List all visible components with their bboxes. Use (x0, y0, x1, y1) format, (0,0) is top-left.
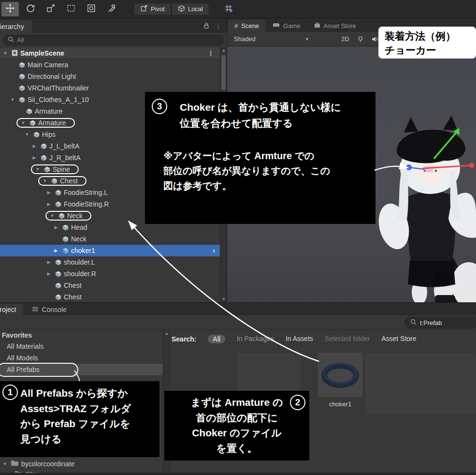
lighting-toggle-icon[interactable] (357, 36, 364, 43)
foldout-closed-icon[interactable]: ▶ (53, 248, 59, 253)
tab-console[interactable]: Console (25, 304, 73, 315)
rotate-tool-button[interactable] (22, 2, 39, 16)
foldout-closed-icon[interactable]: ▶ (45, 260, 52, 265)
search-scope-all[interactable]: All (208, 335, 225, 343)
tab-asset-store[interactable]: Asset Store (308, 20, 362, 32)
tab-scene[interactable]: # Scene (228, 20, 265, 32)
foldout-open-icon[interactable]: ▼ (20, 120, 27, 125)
tab-asset-store-label: Asset Store (324, 22, 356, 30)
hierarchy-item-label: Sii_Clothes_A_1_10 (28, 96, 89, 104)
scale-icon (46, 3, 56, 15)
hierarchy-item-chest[interactable]: Chest (0, 291, 220, 302)
rect-tool-button[interactable] (62, 2, 80, 16)
main-toolbar: Pivot Local (0, 0, 476, 18)
favorites-header-label: Favorites (2, 331, 32, 339)
hierarchy-item-shoulder-r[interactable]: ▶shoulder.R (0, 268, 220, 280)
shading-mode-dropdown[interactable]: Shaded ▼ (230, 34, 313, 45)
transform-tool-button[interactable] (83, 2, 100, 16)
project-search-input[interactable]: t:Prefab (404, 317, 476, 328)
foldout-closed-icon[interactable]: ▶ (45, 202, 52, 207)
foldout-open-icon[interactable]: ▼ (49, 213, 56, 218)
foldout-open-icon[interactable]: ▼ (42, 178, 48, 183)
annotation-text: 図は参考です。 (163, 178, 367, 193)
search-scope-in-packages[interactable]: In Packages (237, 335, 274, 343)
search-scope-label: Search: (172, 335, 196, 343)
foldout-open-icon[interactable]: ▼ (9, 97, 16, 102)
kebab-menu-icon[interactable]: ⋮ (215, 22, 222, 30)
search-scope-selected-folder[interactable]: Selected folder (325, 335, 370, 343)
hierarchy-search-input[interactable]: All (3, 35, 224, 45)
hierarchy-item-main-camera[interactable]: Main Camera (0, 59, 220, 71)
annotation-text: 首の部位の配下に (169, 410, 304, 426)
tab-game-label: Game (283, 22, 300, 30)
2d-toggle-button[interactable]: 2D (341, 35, 349, 43)
hierarchy-item-samplescene[interactable]: ▼SampleScene⋮ (0, 47, 220, 59)
tab-project-label: Project (0, 306, 16, 313)
cube-icon (61, 223, 69, 231)
folder-row-bycolorcoordinate[interactable]: ▼ bycolorcoordinate (2, 459, 75, 469)
scroll-up-icon[interactable]: ▲ (220, 48, 227, 53)
pivot-toggle-button[interactable]: Pivot (134, 3, 171, 15)
scene-grid-icon: # (234, 22, 238, 30)
hierarchy-item-label: Neck (67, 212, 83, 220)
custom-tools-button[interactable] (103, 2, 120, 16)
hierarchy-item-label: Chest (60, 177, 78, 185)
foldout-closed-icon[interactable]: ▶ (45, 271, 52, 276)
foldout-closed-icon[interactable]: ▶ (45, 190, 52, 195)
hierarchy-item-choker1[interactable]: ▶choker1› (0, 245, 220, 256)
local-toggle-button[interactable]: Local (172, 3, 209, 15)
hierarchy-item-label: Spine (53, 165, 70, 173)
hierarchy-item-chest[interactable]: Chest (0, 280, 220, 291)
annotation-step1: 1 All Prefabs から探すか Assets>TRAZ フォルダ から … (0, 381, 159, 457)
tab-scene-label: Scene (241, 22, 259, 30)
prefab-open-arrow-icon[interactable]: › (213, 246, 215, 255)
cube-icon (25, 107, 33, 115)
step2-number-badge: 2 (290, 395, 305, 410)
scroll-down-icon[interactable]: ▼ (220, 297, 227, 301)
cube-icon (54, 200, 62, 208)
scroll-up-icon[interactable]: ▲ (163, 331, 170, 336)
tab-game[interactable]: Game (266, 20, 306, 32)
move-tool-button[interactable] (1, 2, 19, 16)
lock-icon[interactable] (203, 22, 209, 30)
tab-hierarchy[interactable]: Hierarchy (0, 20, 32, 33)
asset-tile-choker1[interactable]: choker1 (318, 353, 362, 408)
tab-project[interactable]: Project (0, 304, 23, 315)
kebab-menu-icon[interactable]: ⋮ (207, 49, 214, 57)
hierarchy-item-label: Hips (42, 131, 56, 138)
favorites-item-all-models[interactable]: All Models (0, 352, 163, 364)
cube-icon (40, 154, 47, 162)
hierarchy-item-neck[interactable]: Neck (0, 233, 220, 245)
foldout-open-icon[interactable]: ▼ (34, 167, 41, 172)
hierarchy-item-shoulder-l[interactable]: ▶shoulder.L (0, 256, 220, 268)
hierarchy-item-label: Directional Light (28, 73, 76, 80)
search-scope-asset-store[interactable]: Asset Store (381, 335, 416, 343)
foldout-open-icon[interactable]: ▼ (2, 51, 9, 56)
foldout-closed-icon[interactable]: ▶ (53, 225, 59, 230)
search-scope-in-assets[interactable]: In Assets (286, 335, 313, 343)
hierarchy-item-label: SampleScene (20, 49, 64, 57)
hierarchy-item-label: Chest (64, 293, 82, 301)
local-label: Local (188, 5, 203, 13)
grid-icon (224, 4, 233, 14)
favorites-item-all-prefabs[interactable]: All Prefabs (0, 364, 163, 375)
annotation-text: 部位の呼び名が異なりますので、この (163, 163, 367, 178)
foldout-open-icon[interactable]: ▼ (24, 132, 30, 137)
move-icon (5, 3, 15, 15)
foldout-closed-icon[interactable]: ▶ (31, 144, 38, 148)
foldout-open-icon[interactable]: ▼ (2, 461, 8, 466)
asset-tile-placeholder (365, 353, 476, 415)
cube-icon (50, 177, 58, 185)
audio-toggle-icon[interactable] (372, 36, 378, 42)
cube-icon (40, 142, 47, 150)
grid-snap-button[interactable] (220, 2, 237, 16)
scrollbar-thumb[interactable] (221, 55, 226, 90)
hierarchy-item-directional-light[interactable]: Directional Light (0, 71, 220, 82)
foldout-closed-icon[interactable]: ▶ (31, 155, 38, 160)
search-icon (410, 319, 417, 327)
favorites-header[interactable]: ★ Favorites (0, 330, 163, 341)
scale-tool-button[interactable] (42, 2, 59, 16)
favorites-item-all-materials[interactable]: All Materials (0, 341, 163, 352)
pivot-icon (140, 4, 148, 14)
search-scope-list: AllIn PackagesIn AssetsSelected folderAs… (208, 335, 416, 343)
